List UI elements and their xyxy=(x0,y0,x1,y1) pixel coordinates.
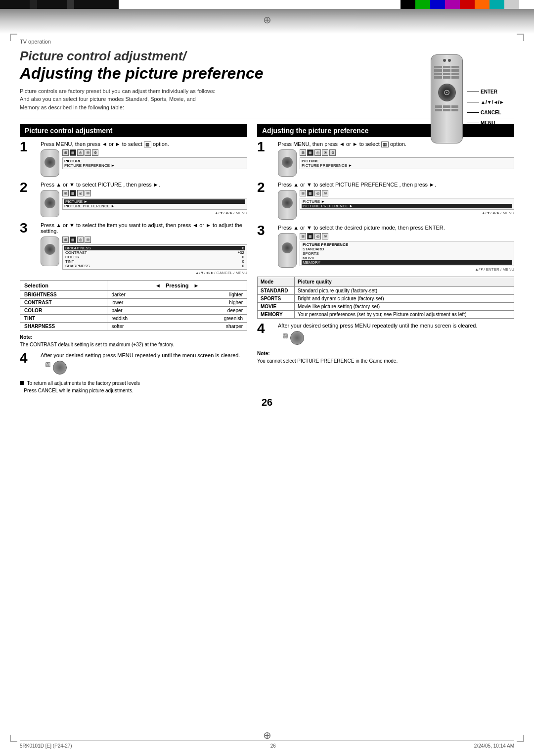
screen-box-3: BRIGHTNESS0 CONTRAST+32 COLOR0 TINT0 xyxy=(62,244,247,270)
step-remote-left-1 xyxy=(41,149,59,177)
pressing-header: ◄ Pressing ► xyxy=(107,281,247,290)
screen-r2-pref-hl: PICTURE PREFERENCE ► xyxy=(302,204,512,208)
screen-r3-movie: MOVIE xyxy=(302,256,512,260)
step-3-left-box-row: ⊞ ▦ ◎ ✉ BRIGHTNESS0 CONTRAST+32 xyxy=(41,236,247,275)
color-label: COLOR xyxy=(65,255,79,259)
contrast-lower: lower xyxy=(111,300,123,305)
footer-right: 2/24/05, 10:14 AM xyxy=(474,743,514,749)
main-columns: Picture control adjustment 1 Press MENU,… xyxy=(20,124,514,394)
num-btn xyxy=(443,66,451,68)
cancel-label: CANCEL xyxy=(467,110,504,115)
mode-standard-row: STANDARD Standard picture quality (facto… xyxy=(258,287,514,295)
tint-row: TINT0 xyxy=(64,259,245,264)
sharpness-sharper: sharper xyxy=(226,324,243,329)
screen-r3-title: PICTURE PREFERENCE xyxy=(302,242,512,247)
tint-val: 0 xyxy=(242,259,244,264)
c5 xyxy=(460,0,475,9)
mode-sports-row: SPORTS Bright and dynamic picture (facto… xyxy=(258,295,514,303)
right-note-text: You cannot select PICTURE PREFERENCE in … xyxy=(257,358,398,364)
step-4-right-content: After your desired setting press MENU re… xyxy=(278,323,514,345)
c4 xyxy=(445,0,460,9)
right-note: Note: You cannot select PICTURE PREFEREN… xyxy=(257,350,514,365)
enter-text: ENTER xyxy=(481,89,497,94)
picture-icon-ref: ▦ xyxy=(144,142,151,147)
press-color: paler deeper xyxy=(107,307,247,314)
menu-label: MENU xyxy=(467,120,504,126)
mode-table-header: Mode Picture quality xyxy=(258,277,514,287)
screen-r2-picture: PICTURE ► xyxy=(302,199,512,204)
step-1-right-screen: ⊞ ▦ ◎ ✉ ⚙ PICTURE PICTURE PREFERENCE ► xyxy=(300,149,514,177)
num-btn xyxy=(443,73,451,75)
step-2-left-desc: Press ▲ or ▼ to select PICTURE , then pr… xyxy=(41,182,247,188)
icon-f: ▦ xyxy=(70,236,76,243)
right-step-3: 3 Press ▲ or ▼ to select the desired pic… xyxy=(257,225,514,272)
sel-sharpness: SHARPNESS xyxy=(20,323,107,330)
menu-round-icon-r xyxy=(290,331,304,345)
right-step-1: 1 Press MENU, then press ◄ or ► to selec… xyxy=(257,141,514,177)
color-dark2 xyxy=(67,0,74,9)
corner-br xyxy=(517,735,524,742)
icon2-sel: ▦ xyxy=(70,149,76,156)
num-btn xyxy=(434,69,442,72)
screen-picture-hl: PICTURE ► xyxy=(64,199,245,204)
crosshair-bottom: ⊕ xyxy=(263,729,271,741)
mode-col-header: Mode xyxy=(258,277,295,286)
sel-row-tint: TINT reddish greenish xyxy=(20,315,247,323)
nav-label-3: ▲/▼/◄/►/ CANCEL / MENU xyxy=(62,271,247,275)
num-btn xyxy=(451,73,459,75)
brightness-label: BRIGHTNESS xyxy=(65,246,91,250)
screen-r-pref: PICTURE PREFERENCE ► xyxy=(302,163,512,168)
screen-pref-2: PICTURE PREFERENCE ► xyxy=(64,204,245,208)
step-2-right-content: Press ▲ or ▼ to select PICTURE PREFERENC… xyxy=(278,182,514,220)
step-2-right-screen: ⊞ ▦ ◎ ✉ PICTURE ► PICTURE PREFERENCE ► ▲… xyxy=(300,190,514,220)
mode-standard: STANDARD xyxy=(258,287,295,294)
description: Picture controls are factory preset but … xyxy=(20,87,277,112)
footer: 5RK0101D [E] (P24-27) 26 2/24/05, 10:14 … xyxy=(20,740,514,749)
screen-box-r3: PICTURE PREFERENCE STANDARD SPORTS MOVIE… xyxy=(300,241,514,266)
menu-label-icon: MENUSETUP xyxy=(45,362,50,367)
icons-row-r2: ⊞ ▦ ◎ ✉ xyxy=(300,190,514,196)
screen-r3-sports: SPORTS xyxy=(302,251,512,256)
color-black3 xyxy=(74,0,119,9)
c6 xyxy=(475,0,490,9)
left-note-text: The CONTRAST default setting is set to m… xyxy=(20,342,174,347)
nav-label-2: ▲/▼/◄/►/ MENU xyxy=(62,211,247,215)
menu-round-icon xyxy=(53,361,67,375)
step-1-left-box-row: ⊞ ▦ ◎ ✉ ⚙ PICTURE PICTURE PREFERENCE ► xyxy=(41,149,247,177)
selection-header: Selection xyxy=(20,281,107,290)
sel-row-contrast: CONTRAST lower higher xyxy=(20,299,247,307)
step-4-left-content: After your desired setting press MENU re… xyxy=(41,352,247,375)
brightness-val: 0 xyxy=(242,246,244,250)
step-num-1-left: 1 xyxy=(20,140,34,154)
step-num-2-left: 2 xyxy=(20,181,34,194)
mode-movie-row: MOVIE Movie-like picture setting (factor… xyxy=(258,303,514,311)
mode-memory-row: MEMORY Your personal preferences (set by… xyxy=(258,311,514,318)
left-section-header: Picture control adjustment xyxy=(20,124,247,137)
cancel-text: CANCEL xyxy=(481,110,501,115)
color-black xyxy=(0,0,30,9)
icons-row-3: ⊞ ▦ ◎ ✉ xyxy=(62,236,247,243)
step-num-1-right: 1 xyxy=(257,140,271,154)
num-btn xyxy=(443,69,451,72)
btm-btn xyxy=(435,109,442,111)
icon-h: ✉ xyxy=(85,236,91,243)
icon-r1c: ◎ xyxy=(314,149,321,156)
step-4-left-desc: After your desired setting press MENU re… xyxy=(41,352,247,358)
corner-tl xyxy=(10,34,17,41)
step-4-right-desc: After your desired setting press MENU re… xyxy=(278,323,514,329)
num-btn xyxy=(451,69,459,72)
step-1-left-desc: Press MENU, then press ◄ or ► to select … xyxy=(41,141,247,147)
mode-movie: MOVIE xyxy=(258,303,295,310)
sel-tint: TINT xyxy=(20,315,107,322)
quality-memory: Your personal preferences (set by you; s… xyxy=(295,311,514,318)
icons-row-1: ⊞ ▦ ◎ ✉ ⚙ xyxy=(62,149,247,156)
num-btn xyxy=(434,66,442,68)
icons-row-r3: ⊞ ▦ ◎ ✉ xyxy=(300,233,514,239)
icon-r2a: ⊞ xyxy=(300,190,306,196)
remote-dpad: ⊙ xyxy=(438,84,456,101)
contrast-higher: higher xyxy=(229,300,243,305)
remote-dpad-2 xyxy=(44,197,55,208)
step-remote-left-3 xyxy=(41,236,59,266)
footer-center: 26 xyxy=(270,743,276,749)
remote-btn2 xyxy=(448,59,451,62)
